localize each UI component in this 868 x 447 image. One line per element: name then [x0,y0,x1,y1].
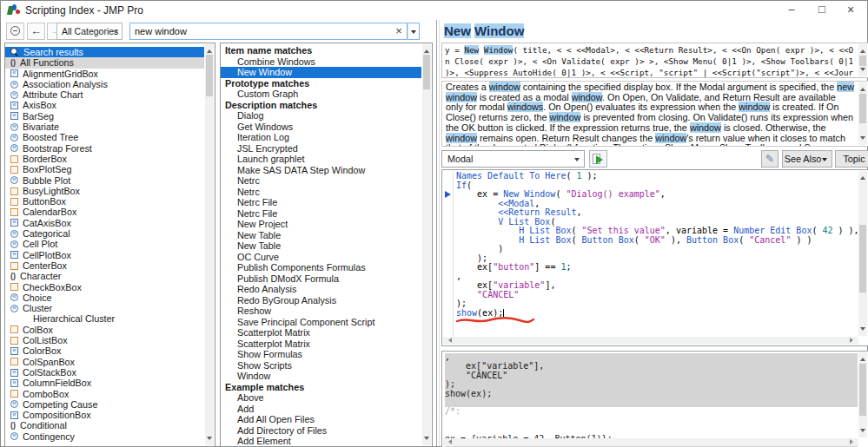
result-item[interactable]: Publish DModX Formula [221,273,421,285]
result-item[interactable]: Scatterplot Matrix [221,327,421,339]
result-item[interactable]: Get Windows [221,122,421,133]
result-item[interactable]: Iteration Log [221,132,421,143]
result-item[interactable]: Show Formulas [221,349,421,360]
result-item[interactable]: Scatterplot Matrix [221,339,421,350]
result-item[interactable]: Add Element [221,436,421,447]
sidebar-item[interactable]: ColSpanBox [5,357,204,367]
result-item[interactable]: Add All Open Files [221,414,421,425]
minimize-button[interactable]: – [777,1,806,19]
sidebar-item[interactable]: BusyLightBox [5,186,204,196]
search-history-dropdown[interactable] [407,23,420,40]
sidebar-item[interactable]: «BarSeg [5,111,204,122]
results-list[interactable]: Item name matchesCombine WindowsNew Wind… [220,43,433,447]
result-item[interactable]: Reshow [221,306,421,317]
result-item[interactable]: JSL Encrypted [221,143,421,154]
sidebar-item[interactable]: «Bootstrap Forest [5,143,204,154]
result-item[interactable]: OC Curve [221,252,421,263]
result-item[interactable]: Show Scripts [221,360,421,371]
result-item[interactable]: Make SAS DATA Step Window [221,165,421,176]
category-list[interactable]: Search results()All Functions«AlignmentG… [4,43,215,447]
scrollbar-thumb[interactable] [206,55,213,96]
edit-script-button[interactable]: ✎ [761,150,779,168]
sidebar-item[interactable]: «Attribute Chart [5,89,204,100]
result-item[interactable]: Publish Components Formulas [221,262,421,273]
scrollbar-thumb[interactable] [859,94,866,123]
result-item[interactable]: Redo Analysis [221,284,421,295]
sidebar-item[interactable]: «Choice [5,293,204,303]
sidebar-item[interactable]: CenterBox [5,260,204,271]
log-horizontal-scrollbar[interactable] [443,438,858,446]
sidebar-item[interactable]: «Bivariate [5,122,204,132]
sidebar-item[interactable]: «AxisBox [5,100,204,110]
result-item[interactable]: New Window [221,67,421,78]
result-item[interactable]: Netrc File [221,208,421,220]
run-script-button[interactable] [589,150,607,168]
code-vertical-scrollbar[interactable] [858,171,867,336]
close-button[interactable]: × [836,1,865,19]
search-input[interactable] [130,23,388,39]
result-item[interactable]: Custom Graph [221,89,421,100]
result-item[interactable]: Launch graphlet [221,154,421,165]
sidebar-item[interactable]: «Categorical [5,228,204,239]
result-item[interactable]: Dialog [221,110,421,122]
result-item[interactable]: Combine Windows [221,56,421,68]
results-scrollbar[interactable] [422,44,431,445]
example-dropdown[interactable]: Modal [441,150,585,168]
result-item[interactable]: Add Directory of Files [221,425,421,437]
result-item[interactable]: New Project [221,219,421,230]
result-item[interactable]: Redo ByGroup Analysis [221,295,421,306]
sidebar-item[interactable]: ButtonBox [5,196,204,207]
sidebar-item[interactable]: «Cell Plot [5,239,204,249]
category-dropdown[interactable]: All Categories [56,23,123,40]
sidebar-item[interactable]: ColBox [5,325,204,335]
scrollbar-thumb[interactable] [859,56,866,66]
clear-search-icon[interactable]: × [393,23,405,39]
description-scrollbar[interactable] [858,82,867,145]
sidebar-item[interactable]: «Cluster [5,303,204,313]
log-output-panel[interactable]: , ex["variable"], "CANCEL");show(ex); /*… [441,351,868,447]
result-item[interactable]: Window [221,371,421,382]
sidebar-item[interactable]: ()All Functions [5,57,204,68]
sidebar-item[interactable]: ColListBox [5,335,204,345]
sidebar-item[interactable]: «CatAxisBox [5,218,204,228]
result-item[interactable]: Save Principal Component Script [221,317,421,328]
sidebar-item[interactable]: «Boosted Tree [5,132,204,142]
result-item[interactable]: Netrc File [221,197,421,208]
sidebar-item[interactable]: «Bubble Plot [5,175,204,186]
sidebar-item[interactable]: BoxPlotSeg [5,164,204,174]
code-horizontal-scrollbar[interactable] [443,337,858,345]
syntax-scrollbar[interactable] [858,44,867,76]
scrollbar-thumb[interactable] [423,55,430,89]
scrollbar-thumb[interactable] [859,364,866,416]
sidebar-item[interactable]: BorderBox [5,154,204,164]
sidebar-item[interactable]: «Contingency [5,431,204,442]
sidebar-item[interactable]: Search results [5,47,204,57]
sidebar-item[interactable]: «CellPlotBox [5,250,204,260]
sidebar-scrollbar[interactable] [205,44,214,445]
result-item[interactable]: New Table [221,230,421,241]
sidebar-item[interactable]: ComboBox [5,389,204,399]
sidebar-item[interactable]: «CompositionBox [5,410,204,420]
back-button[interactable]: ← [27,23,45,40]
sidebar-item[interactable]: CheckBoxBox [5,282,204,293]
example-code-editor[interactable]: Names Default To Here( 1 );If( ex = New … [441,169,868,346]
sidebar-item[interactable]: CalendarBox [5,207,204,217]
sidebar-item[interactable]: «ColorBox [5,345,204,356]
scrollbar-thumb[interactable] [859,225,866,293]
result-item[interactable]: Netrc [221,175,421,187]
topic-help-button[interactable]: Topic Help [835,150,868,168]
result-item[interactable]: Netrc [221,187,421,198]
result-item[interactable]: Above [221,392,421,404]
collapse-button[interactable] [6,23,24,40]
panel-splitter[interactable] [436,20,437,446]
sidebar-item[interactable]: «ColStackBox [5,367,204,378]
sidebar-item[interactable]: ()Character [5,271,204,281]
sidebar-item[interactable]: Hierarchical Cluster [5,313,204,324]
sidebar-item[interactable]: «AlignmentGridBox [5,69,204,79]
result-item[interactable]: Add [221,404,421,415]
log-vertical-scrollbar[interactable] [858,352,867,437]
sidebar-item[interactable]: «Association Analysis [5,79,204,89]
maximize-button[interactable]: □ [807,1,837,19]
sidebar-item[interactable]: «ColumnFieldBox [5,378,204,388]
result-item[interactable]: New Table [221,240,421,252]
